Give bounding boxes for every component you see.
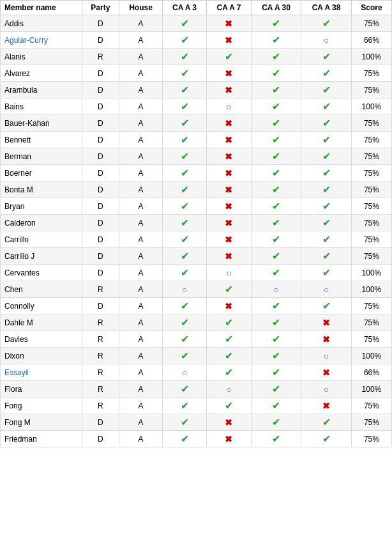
house-cell: A bbox=[119, 115, 163, 132]
house-cell: A bbox=[119, 82, 163, 98]
table-row: BainsDA✔○✔✔100% bbox=[1, 98, 392, 115]
caa30-cell: ✔ bbox=[251, 265, 301, 281]
circle-icon: ○ bbox=[273, 284, 278, 295]
check-icon: ✔ bbox=[272, 68, 280, 79]
caa38-cell: ✔ bbox=[301, 82, 352, 98]
caa30-cell: ✔ bbox=[251, 65, 301, 82]
caa7-cell: ✖ bbox=[207, 215, 251, 231]
caa38-cell: ✔ bbox=[301, 132, 352, 148]
header-caa38: CA A 38 bbox=[301, 1, 352, 15]
party-cell: R bbox=[82, 281, 119, 298]
party-cell: R bbox=[82, 314, 119, 331]
header-score: Score bbox=[351, 1, 391, 15]
caa30-cell: ✔ bbox=[251, 348, 301, 364]
check-icon: ✔ bbox=[181, 417, 189, 428]
member-name-cell: Fong bbox=[1, 398, 82, 414]
check-icon: ✔ bbox=[272, 433, 280, 444]
caa3-cell: ✔ bbox=[162, 148, 206, 165]
check-icon: ✔ bbox=[272, 317, 280, 328]
table-row: Fong MDA✔✖✔✔75% bbox=[1, 414, 392, 431]
caa7-cell: ✖ bbox=[207, 431, 251, 447]
check-icon: ✔ bbox=[225, 400, 233, 411]
check-icon: ✔ bbox=[181, 18, 189, 29]
caa3-cell: ✔ bbox=[162, 49, 206, 65]
caa30-cell: ✔ bbox=[251, 414, 301, 431]
caa30-cell: ✔ bbox=[251, 49, 301, 65]
cross-icon: ✖ bbox=[225, 185, 232, 195]
party-cell: D bbox=[82, 431, 119, 447]
caa38-cell: ✔ bbox=[301, 115, 352, 132]
caa3-cell: ✔ bbox=[162, 231, 206, 248]
caa38-cell: ✖ bbox=[301, 398, 352, 414]
score-cell: 75% bbox=[351, 398, 391, 414]
member-name-cell: Bauer-Kahan bbox=[1, 115, 82, 132]
table-row: ChenRA○✔○○100% bbox=[1, 281, 392, 298]
check-icon: ✔ bbox=[181, 84, 189, 95]
check-icon: ✔ bbox=[272, 350, 280, 361]
house-cell: A bbox=[119, 32, 163, 49]
cross-icon: ✖ bbox=[225, 235, 232, 245]
party-cell: D bbox=[82, 82, 119, 98]
table-row: AlanisRA✔✔✔✔100% bbox=[1, 49, 392, 65]
member-name-cell: Flora bbox=[1, 381, 82, 398]
table-row: ArambulaDA✔✖✔✔75% bbox=[1, 82, 392, 98]
score-cell: 75% bbox=[351, 248, 391, 265]
caa3-cell: ✔ bbox=[162, 331, 206, 348]
cross-icon: ✖ bbox=[225, 118, 232, 128]
member-name-cell: Friedman bbox=[1, 431, 82, 447]
member-name-cell: Boerner bbox=[1, 165, 82, 182]
cross-icon: ✖ bbox=[322, 318, 330, 328]
caa7-cell: ✖ bbox=[207, 248, 251, 265]
caa30-cell: ✔ bbox=[251, 98, 301, 115]
caa3-cell: ✔ bbox=[162, 348, 206, 364]
check-icon: ✔ bbox=[225, 284, 233, 295]
table-row: Bauer-KahanDA✔✖✔✔75% bbox=[1, 115, 392, 132]
member-link[interactable]: Essayli bbox=[4, 368, 29, 377]
caa3-cell: ✔ bbox=[162, 248, 206, 265]
table-row: FriedmanDA✔✖✔✔75% bbox=[1, 431, 392, 447]
house-cell: A bbox=[119, 132, 163, 148]
check-icon: ✔ bbox=[181, 35, 189, 45]
cross-icon: ✖ bbox=[225, 151, 232, 162]
party-cell: D bbox=[82, 298, 119, 314]
table-row: CarrilloDA✔✖✔✔75% bbox=[1, 231, 392, 248]
caa3-cell: ✔ bbox=[162, 198, 206, 215]
party-cell: D bbox=[82, 414, 119, 431]
caa38-cell: ✖ bbox=[301, 331, 352, 348]
member-link[interactable]: Aguiar-Curry bbox=[4, 36, 48, 45]
caa30-cell: ✔ bbox=[251, 398, 301, 414]
circle-icon: ○ bbox=[226, 384, 231, 394]
caa30-cell: ✔ bbox=[251, 32, 301, 49]
table-row: CalderonDA✔✖✔✔75% bbox=[1, 215, 392, 231]
check-icon: ✔ bbox=[322, 251, 331, 261]
house-cell: A bbox=[119, 198, 163, 215]
score-cell: 75% bbox=[351, 215, 391, 231]
check-icon: ✔ bbox=[272, 300, 280, 311]
caa3-cell: ✔ bbox=[162, 32, 206, 49]
circle-icon: ○ bbox=[182, 284, 187, 295]
check-icon: ✔ bbox=[272, 151, 280, 162]
caa30-cell: ✔ bbox=[251, 198, 301, 215]
check-icon: ✔ bbox=[322, 300, 331, 311]
caa7-cell: ✔ bbox=[207, 314, 251, 331]
member-name-cell: Carrillo J bbox=[1, 248, 82, 265]
caa38-cell: ○ bbox=[301, 381, 352, 398]
member-name-cell: Connolly bbox=[1, 298, 82, 314]
caa38-cell: ✔ bbox=[301, 431, 352, 447]
score-cell: 75% bbox=[351, 231, 391, 248]
caa3-cell: ✔ bbox=[162, 65, 206, 82]
house-cell: A bbox=[119, 281, 163, 298]
caa38-cell: ✔ bbox=[301, 265, 352, 281]
score-cell: 100% bbox=[351, 49, 391, 65]
house-cell: A bbox=[119, 364, 163, 381]
member-name-cell[interactable]: Essayli bbox=[1, 364, 82, 381]
caa3-cell: ✔ bbox=[162, 314, 206, 331]
member-name-cell: Berman bbox=[1, 148, 82, 165]
caa7-cell: ○ bbox=[207, 265, 251, 281]
table-row: BennettDA✔✖✔✔75% bbox=[1, 132, 392, 148]
circle-icon: ○ bbox=[324, 351, 329, 361]
caa38-cell: ✔ bbox=[301, 98, 352, 115]
table-row: BoernerDA✔✖✔✔75% bbox=[1, 165, 392, 182]
member-name-cell[interactable]: Aguiar-Curry bbox=[1, 32, 82, 49]
caa3-cell: ✔ bbox=[162, 431, 206, 447]
